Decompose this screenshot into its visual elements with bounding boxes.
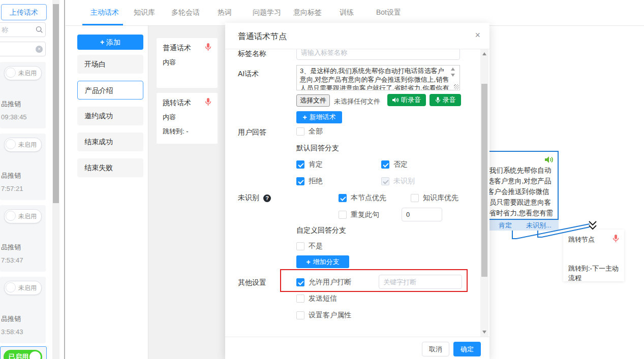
scroll-down-icon[interactable] [482, 331, 486, 334]
node-card-title: 普通话术 [163, 44, 191, 53]
field-label-unrecognized: 未识别 [238, 193, 259, 203]
tag-name-input[interactable] [296, 49, 460, 60]
confirm-button[interactable]: 确定 [453, 342, 481, 356]
enable-toggle-on[interactable]: 已启用 [4, 350, 42, 359]
script-card[interactable]: 未启用 品推销 09:38:45 [0, 62, 46, 128]
script-time: 09:38:45 [1, 113, 27, 121]
upload-script-button[interactable]: 上传话术 [1, 4, 47, 20]
choose-file-button[interactable]: 选择文件 [296, 94, 330, 107]
top-tab-bar: 主动话术 知识库 多轮会话 热词 问题学习 意向标签 训练 Bot设置 [0, 0, 644, 25]
enable-toggle-off[interactable]: 未启用 [4, 138, 42, 152]
checkbox-node-first[interactable] [339, 194, 347, 202]
enable-toggle-off[interactable]: 未启用 [4, 281, 42, 295]
tab-bot-settings[interactable]: Bot设置 [376, 8, 401, 17]
branch-tab-affirm[interactable]: 肯定 [499, 221, 512, 230]
add-button-label: 添加 [106, 38, 120, 46]
sidebar-item-end-fail[interactable]: 结束失败 [77, 158, 143, 177]
row-kb-first: 知识库优先 [411, 193, 458, 203]
no-file-label: 未选择任何文件 [334, 97, 380, 106]
checkbox-not[interactable] [296, 242, 304, 250]
script-name: 品推销 [1, 171, 21, 180]
script-name: 品推销 [1, 243, 21, 252]
tab-question-learning[interactable]: 问题学习 [253, 8, 281, 17]
node-card-normal-script[interactable]: 普通话术 内容 [157, 38, 218, 88]
sidebar-item-invite-success[interactable]: 邀约成功 [77, 107, 143, 125]
modal-title: 普通话术节点 [238, 31, 287, 42]
row-set-customer-attr: 设置客户属性 [296, 311, 351, 320]
repeat-count-input[interactable] [402, 208, 442, 221]
add-branch-button[interactable]: +增加分支 [296, 255, 349, 268]
mic-icon[interactable] [612, 235, 619, 244]
checkbox-node-first-label: 本节点优先 [351, 193, 386, 203]
cancel-button[interactable]: 取消 [422, 342, 449, 356]
speaker-icon [392, 97, 399, 103]
script-card[interactable]: 未启用 品推销 7:53:47 [0, 205, 46, 272]
plus-icon: + [306, 258, 310, 266]
add-script-variant-button[interactable]: +新增话术 [296, 111, 342, 123]
script-name: 品推销 [1, 314, 21, 323]
tab-multi-round-session[interactable]: 多轮会话 [171, 8, 200, 17]
flow-node-jump[interactable]: 跳转节点 跳转到:-下一主动流程 [563, 230, 624, 281]
speaker-icon[interactable] [545, 156, 554, 167]
toggle-label: 未启用 [18, 141, 37, 149]
tab-intent-tags[interactable]: 意向标签 [293, 8, 322, 17]
left-list-scrollbar-thumb[interactable] [53, 4, 59, 203]
modal-scrollbar-track[interactable] [480, 49, 488, 337]
checkbox-affirm[interactable] [296, 160, 304, 169]
enable-toggle-off[interactable]: 未启用 [4, 66, 42, 80]
modal-header: 普通话术节点 × [225, 23, 489, 49]
script-card[interactable]: 未启用 品推销 7:57:21 [0, 134, 46, 200]
script-card[interactable]: 未启用 品推销 3:58:43 [0, 277, 46, 343]
textarea-scroll-up-icon[interactable] [451, 68, 455, 71]
add-script-button[interactable]: + 添加 [77, 35, 143, 50]
script-card-enabled[interactable]: 已启用 [0, 346, 47, 359]
textarea-scroll-down-icon[interactable] [451, 74, 455, 77]
record-button[interactable]: 录音 [430, 94, 461, 106]
tab-hot-words[interactable]: 热词 [218, 8, 232, 17]
textarea-resize-handle[interactable] [454, 84, 459, 89]
help-question-icon[interactable]: ? [263, 194, 271, 202]
modal-scrollbar-thumb[interactable] [481, 84, 487, 277]
close-icon[interactable]: × [475, 30, 480, 40]
plus-icon: + [100, 38, 104, 46]
clear-input-icon[interactable]: × [36, 46, 43, 53]
row-affirm: 肯定 [296, 160, 323, 169]
sidebar-item-end-success[interactable]: 结束成功 [77, 133, 143, 151]
listen-recording-button[interactable]: 听录音 [387, 94, 426, 106]
row-refuse: 拒绝 [296, 177, 323, 186]
toggle-knob [29, 351, 41, 359]
checkbox-all[interactable] [296, 127, 304, 136]
tab-active-scripts[interactable]: 主动话术 [90, 8, 119, 17]
script-time: 7:53:47 [1, 256, 23, 264]
sidebar-item-product-intro[interactable]: 产品介绍 [77, 81, 143, 100]
checkbox-send-sms[interactable] [296, 295, 304, 303]
checkbox-repeat[interactable] [339, 211, 347, 219]
checkbox-kb-first[interactable] [411, 194, 419, 202]
ai-script-textarea[interactable]: 3、是这样的,我们系统先帮你自动打电话筛选客户意向,对您产品有意向的客户会推送到… [296, 65, 460, 90]
row-allow-interrupt: 允许用户打断 [296, 278, 351, 287]
checkbox-set-customer-attr-label: 设置客户属性 [309, 311, 351, 320]
checkbox-deny-label: 否定 [393, 160, 408, 169]
jump-node-title: 跳转节点 [568, 235, 595, 244]
enable-toggle-off[interactable]: 未启用 [4, 209, 42, 223]
script-time: 7:57:21 [1, 185, 23, 192]
mic-icon[interactable] [205, 43, 211, 53]
toggle-knob [6, 282, 16, 292]
mic-icon [435, 97, 441, 104]
sidebar-item-opening[interactable]: 开场白 [77, 55, 143, 74]
node-card-jump-script[interactable]: 跳转话术 内容 跳转到: - [157, 93, 218, 144]
plus-icon: + [302, 114, 306, 121]
tab-knowledge-base[interactable]: 知识库 [134, 8, 155, 17]
checkbox-set-customer-attr[interactable] [296, 311, 304, 319]
branch-tab-unrecognized[interactable]: 未识别... [526, 221, 551, 230]
checkbox-repeat-label: 重复此句 [351, 210, 379, 219]
search-icon[interactable] [36, 26, 43, 36]
tab-training[interactable]: 训练 [340, 8, 354, 17]
checkbox-allow-interrupt[interactable] [296, 278, 304, 286]
toggle-knob [6, 139, 16, 149]
interrupt-keyword-input[interactable] [379, 275, 462, 289]
mic-icon[interactable] [205, 98, 211, 108]
checkbox-deny[interactable] [381, 160, 389, 169]
scroll-up-icon[interactable] [482, 52, 486, 55]
checkbox-refuse[interactable] [296, 177, 304, 185]
